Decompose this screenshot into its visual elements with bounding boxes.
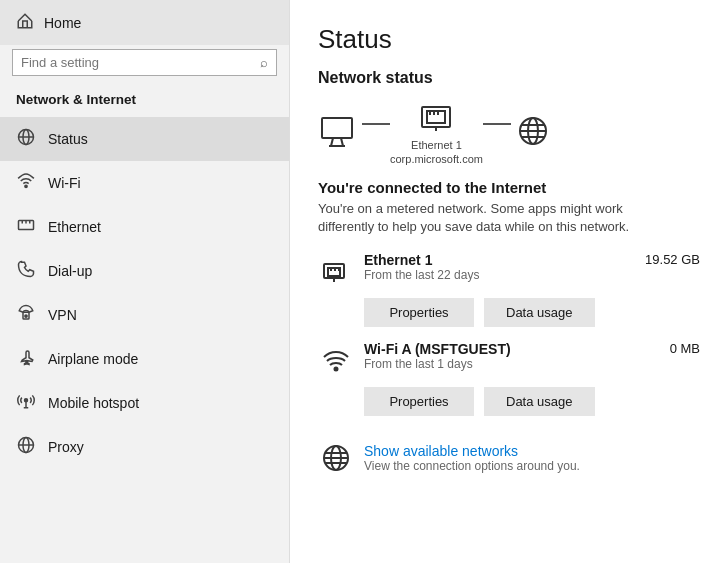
dialup-icon [16,260,36,282]
airplane-icon [16,348,36,370]
ethernet-icon [16,216,36,238]
wifi-item-data: 0 MB [662,341,700,356]
ethernet-connection-item: Ethernet 1 From the last 22 days 19.52 G… [318,252,700,327]
wifi-item-sub: From the last 1 days [364,357,662,371]
wifi-icon [16,172,36,194]
sidebar-item-proxy[interactable]: Proxy [0,425,289,469]
svg-point-37 [335,368,338,371]
computer-icon [318,115,362,151]
svg-rect-16 [322,118,352,138]
ethernet-properties-button[interactable]: Properties [364,298,474,327]
sidebar-item-dialup[interactable]: Dial-up [0,249,289,293]
sidebar-item-vpn[interactable]: VPN [0,293,289,337]
sidebar-item-status[interactable]: Status [0,117,289,161]
network-diagram: Ethernet 1 corp.microsoft.com [318,101,700,165]
ethernet-item-data: 19.52 GB [637,252,700,267]
search-box: ⌕ [12,49,277,76]
sidebar-item-dialup-label: Dial-up [48,263,92,279]
wifi-data-usage-button[interactable]: Data usage [484,387,595,416]
status-icon [16,128,36,150]
svg-point-10 [25,399,28,402]
wifi-item-info: Wi-Fi A (MSFTGUEST) From the last 1 days [364,341,662,371]
ethernet-data-usage-button[interactable]: Data usage [484,298,595,327]
main-content: Status Network status Ethernet 1 [290,0,728,563]
home-label: Home [44,15,81,31]
sidebar-item-home[interactable]: Home [0,0,289,45]
sidebar-item-ethernet[interactable]: Ethernet [0,205,289,249]
wifi-item-name: Wi-Fi A (MSFTGUEST) [364,341,662,357]
wifi-properties-button[interactable]: Properties [364,387,474,416]
connected-sub: You're on a metered network. Some apps m… [318,200,678,236]
sidebar-item-airplane[interactable]: Airplane mode [0,337,289,381]
vpn-icon [16,304,36,326]
sidebar-item-hotspot-label: Mobile hotspot [48,395,139,411]
ethernet-item-info: Ethernet 1 From the last 22 days [364,252,637,282]
show-networks-sub: View the connection options around you. [364,459,580,473]
network-status-title: Network status [318,69,700,87]
sidebar-item-hotspot[interactable]: Mobile hotspot [0,381,289,425]
show-networks-title: Show available networks [364,443,580,459]
globe-diagram-icon [511,115,555,151]
ethernet-port-icon: Ethernet 1 corp.microsoft.com [390,101,483,165]
svg-line-17 [331,138,333,146]
show-networks-icon [318,440,354,476]
sidebar: Home ⌕ Network & Internet Status Wi- [0,0,290,563]
svg-point-3 [25,185,27,187]
search-button[interactable]: ⌕ [260,55,268,70]
connected-title: You're connected to the Internet [318,179,700,196]
ethernet-item-icon [318,254,354,290]
sidebar-item-vpn-label: VPN [48,307,77,323]
proxy-icon [16,436,36,458]
net-line-2 [483,123,511,125]
sidebar-item-status-label: Status [48,131,88,147]
ethernet-item-sub: From the last 22 days [364,268,637,282]
hotspot-icon [16,392,36,414]
wifi-item-buttons: Properties Data usage [364,387,700,416]
sidebar-item-ethernet-label: Ethernet [48,219,101,235]
search-input[interactable] [21,55,260,70]
wifi-item-icon [318,343,354,379]
sidebar-section-title: Network & Internet [0,86,289,117]
ethernet-item-buttons: Properties Data usage [364,298,700,327]
ethernet-diagram-label: Ethernet 1 [411,139,462,151]
sidebar-item-wifi-label: Wi-Fi [48,175,81,191]
page-title: Status [318,24,700,55]
home-icon [16,12,34,33]
wifi-connection-item: Wi-Fi A (MSFTGUEST) From the last 1 days… [318,341,700,416]
show-networks-button[interactable]: Show available networks View the connect… [318,434,700,482]
show-networks-text: Show available networks View the connect… [364,443,580,473]
net-line-1 [362,123,390,125]
svg-line-18 [341,138,343,146]
domain-label: corp.microsoft.com [390,153,483,165]
sidebar-item-airplane-label: Airplane mode [48,351,138,367]
sidebar-item-proxy-label: Proxy [48,439,84,455]
sidebar-item-wifi[interactable]: Wi-Fi [0,161,289,205]
svg-point-9 [25,315,27,317]
ethernet-item-name: Ethernet 1 [364,252,637,268]
